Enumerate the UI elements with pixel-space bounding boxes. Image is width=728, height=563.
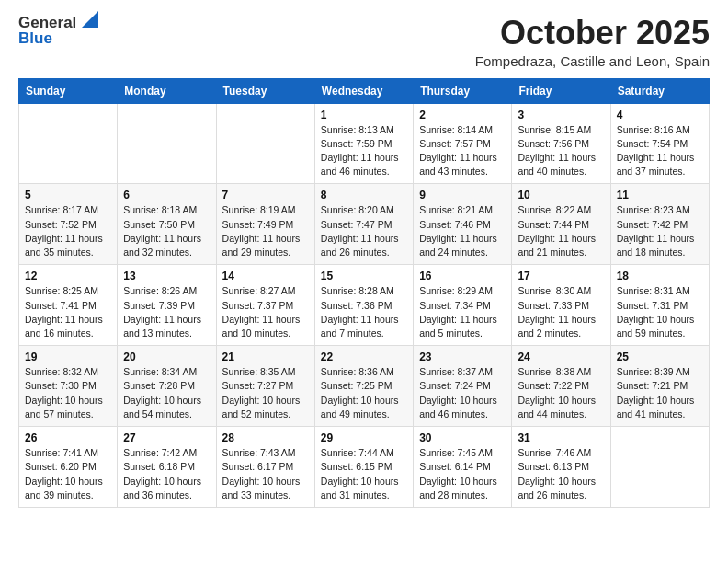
day-number: 9 — [419, 189, 506, 201]
svg-marker-0 — [82, 11, 98, 28]
day-cell: 16Sunrise: 8:29 AMSunset: 7:34 PMDayligh… — [414, 265, 512, 346]
day-number: 18 — [617, 270, 703, 282]
day-info: Sunrise: 8:39 AMSunset: 7:21 PMDaylight:… — [617, 365, 703, 421]
title-block: October 2025 Fompedraza, Castille and Le… — [475, 15, 710, 69]
day-number: 4 — [617, 109, 703, 121]
month-title: October 2025 — [475, 15, 710, 52]
day-info: Sunrise: 8:36 AMSunset: 7:25 PMDaylight:… — [321, 365, 407, 421]
day-info: Sunrise: 8:17 AMSunset: 7:52 PMDaylight:… — [25, 203, 111, 259]
day-cell: 21Sunrise: 8:35 AMSunset: 7:27 PMDayligh… — [216, 346, 314, 427]
day-number: 14 — [222, 270, 309, 282]
day-number: 10 — [518, 189, 604, 201]
logo-wordmark: General Blue — [18, 15, 98, 47]
day-cell: 10Sunrise: 8:22 AMSunset: 7:44 PMDayligh… — [512, 184, 610, 265]
col-sunday: Sunday — [19, 78, 118, 103]
week-row-2: 12Sunrise: 8:25 AMSunset: 7:41 PMDayligh… — [19, 265, 710, 346]
day-info: Sunrise: 8:25 AMSunset: 7:41 PMDaylight:… — [25, 284, 111, 340]
subtitle: Fompedraza, Castille and Leon, Spain — [475, 53, 710, 69]
day-number: 24 — [518, 350, 604, 363]
day-cell: 19Sunrise: 8:32 AMSunset: 7:30 PMDayligh… — [19, 346, 118, 427]
day-cell: 17Sunrise: 8:30 AMSunset: 7:33 PMDayligh… — [512, 265, 610, 346]
day-info: Sunrise: 8:29 AMSunset: 7:34 PMDaylight:… — [419, 284, 506, 340]
page: General Blue October 2025 Fompedraza, Ca… — [0, 0, 728, 563]
day-cell — [118, 103, 216, 184]
day-cell: 18Sunrise: 8:31 AMSunset: 7:31 PMDayligh… — [610, 265, 709, 346]
day-number: 13 — [123, 270, 210, 282]
day-info: Sunrise: 7:43 AMSunset: 6:17 PMDaylight:… — [222, 446, 309, 502]
header: General Blue October 2025 Fompedraza, Ca… — [18, 15, 710, 69]
week-row-1: 5Sunrise: 8:17 AMSunset: 7:52 PMDaylight… — [19, 184, 710, 265]
day-number: 11 — [617, 189, 703, 201]
day-cell: 24Sunrise: 8:38 AMSunset: 7:22 PMDayligh… — [512, 346, 610, 427]
day-info: Sunrise: 8:28 AMSunset: 7:36 PMDaylight:… — [321, 284, 407, 340]
day-number: 22 — [321, 350, 407, 363]
week-row-3: 19Sunrise: 8:32 AMSunset: 7:30 PMDayligh… — [19, 346, 710, 427]
day-number: 1 — [321, 109, 407, 121]
col-friday: Friday — [512, 78, 610, 103]
day-number: 17 — [518, 270, 604, 282]
day-number: 15 — [321, 270, 407, 282]
calendar-table: Sunday Monday Tuesday Wednesday Thursday… — [18, 78, 710, 508]
day-info: Sunrise: 7:41 AMSunset: 6:20 PMDaylight:… — [25, 446, 111, 502]
logo-blue: Blue — [18, 30, 98, 48]
week-row-0: 1Sunrise: 8:13 AMSunset: 7:59 PMDaylight… — [19, 103, 710, 184]
day-cell: 27Sunrise: 7:42 AMSunset: 6:18 PMDayligh… — [118, 427, 216, 508]
day-number: 26 — [25, 431, 111, 444]
day-info: Sunrise: 8:13 AMSunset: 7:59 PMDaylight:… — [321, 123, 407, 179]
day-info: Sunrise: 8:38 AMSunset: 7:22 PMDaylight:… — [518, 365, 604, 421]
day-info: Sunrise: 8:18 AMSunset: 7:50 PMDaylight:… — [123, 203, 210, 259]
day-cell: 26Sunrise: 7:41 AMSunset: 6:20 PMDayligh… — [19, 427, 118, 508]
day-number: 19 — [25, 350, 111, 363]
day-cell: 29Sunrise: 7:44 AMSunset: 6:15 PMDayligh… — [314, 427, 413, 508]
day-cell: 6Sunrise: 8:18 AMSunset: 7:50 PMDaylight… — [118, 184, 216, 265]
col-monday: Monday — [118, 78, 216, 103]
header-row: Sunday Monday Tuesday Wednesday Thursday… — [19, 78, 710, 103]
day-info: Sunrise: 8:27 AMSunset: 7:37 PMDaylight:… — [222, 284, 309, 340]
day-info: Sunrise: 7:44 AMSunset: 6:15 PMDaylight:… — [321, 446, 407, 502]
day-number: 8 — [321, 189, 407, 201]
day-info: Sunrise: 7:42 AMSunset: 6:18 PMDaylight:… — [123, 446, 210, 502]
day-number: 30 — [419, 431, 506, 444]
col-saturday: Saturday — [610, 78, 709, 103]
day-cell: 15Sunrise: 8:28 AMSunset: 7:36 PMDayligh… — [314, 265, 413, 346]
day-info: Sunrise: 8:22 AMSunset: 7:44 PMDaylight:… — [518, 203, 604, 259]
col-wednesday: Wednesday — [314, 78, 413, 103]
day-cell: 12Sunrise: 8:25 AMSunset: 7:41 PMDayligh… — [19, 265, 118, 346]
day-cell: 8Sunrise: 8:20 AMSunset: 7:47 PMDaylight… — [314, 184, 413, 265]
day-info: Sunrise: 8:34 AMSunset: 7:28 PMDaylight:… — [123, 365, 210, 421]
day-info: Sunrise: 8:19 AMSunset: 7:49 PMDaylight:… — [222, 203, 309, 259]
day-cell: 20Sunrise: 8:34 AMSunset: 7:28 PMDayligh… — [118, 346, 216, 427]
day-cell: 3Sunrise: 8:15 AMSunset: 7:56 PMDaylight… — [512, 103, 610, 184]
col-tuesday: Tuesday — [216, 78, 314, 103]
day-cell: 23Sunrise: 8:37 AMSunset: 7:24 PMDayligh… — [414, 346, 512, 427]
day-number: 29 — [321, 431, 407, 444]
day-number: 20 — [123, 350, 210, 363]
day-cell: 2Sunrise: 8:14 AMSunset: 7:57 PMDaylight… — [414, 103, 512, 184]
day-number: 31 — [518, 431, 604, 444]
day-number: 21 — [222, 350, 309, 363]
day-cell: 30Sunrise: 7:45 AMSunset: 6:14 PMDayligh… — [414, 427, 512, 508]
day-cell: 25Sunrise: 8:39 AMSunset: 7:21 PMDayligh… — [610, 346, 709, 427]
day-number: 23 — [419, 350, 506, 363]
day-info: Sunrise: 8:30 AMSunset: 7:33 PMDaylight:… — [518, 284, 604, 340]
day-info: Sunrise: 8:37 AMSunset: 7:24 PMDaylight:… — [419, 365, 506, 421]
day-info: Sunrise: 8:15 AMSunset: 7:56 PMDaylight:… — [518, 123, 604, 179]
day-cell: 11Sunrise: 8:23 AMSunset: 7:42 PMDayligh… — [610, 184, 709, 265]
day-number: 5 — [25, 189, 111, 201]
col-thursday: Thursday — [414, 78, 512, 103]
day-cell — [610, 427, 709, 508]
day-cell: 31Sunrise: 7:46 AMSunset: 6:13 PMDayligh… — [512, 427, 610, 508]
day-cell: 13Sunrise: 8:26 AMSunset: 7:39 PMDayligh… — [118, 265, 216, 346]
day-number: 7 — [222, 189, 309, 201]
week-row-4: 26Sunrise: 7:41 AMSunset: 6:20 PMDayligh… — [19, 427, 710, 508]
day-number: 6 — [123, 189, 210, 201]
day-number: 27 — [123, 431, 210, 444]
day-info: Sunrise: 8:31 AMSunset: 7:31 PMDaylight:… — [617, 284, 703, 340]
day-info: Sunrise: 7:45 AMSunset: 6:14 PMDaylight:… — [419, 446, 506, 502]
day-cell: 14Sunrise: 8:27 AMSunset: 7:37 PMDayligh… — [216, 265, 314, 346]
day-cell: 1Sunrise: 8:13 AMSunset: 7:59 PMDaylight… — [314, 103, 413, 184]
day-cell: 9Sunrise: 8:21 AMSunset: 7:46 PMDaylight… — [414, 184, 512, 265]
day-cell: 22Sunrise: 8:36 AMSunset: 7:25 PMDayligh… — [314, 346, 413, 427]
day-info: Sunrise: 8:20 AMSunset: 7:47 PMDaylight:… — [321, 203, 407, 259]
day-number: 12 — [25, 270, 111, 282]
